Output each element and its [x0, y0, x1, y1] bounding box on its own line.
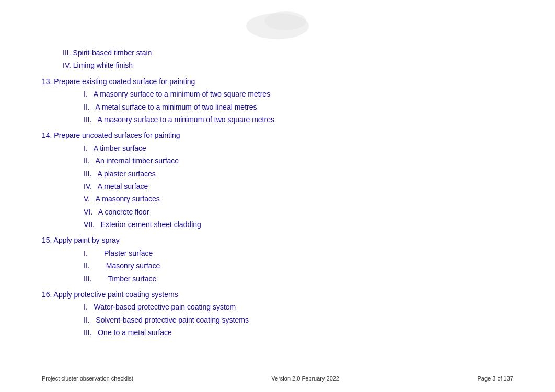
label-15: 15.: [42, 236, 54, 244]
text-15-ii: Masonry surface: [106, 262, 160, 270]
main-item-16: 16. Apply protective paint coating syste…: [42, 289, 513, 300]
main-item-13: 13. Prepare existing coated surface for …: [42, 76, 513, 87]
sub-item-iii-spirit: III. Spirit-based timber stain: [42, 47, 513, 58]
text-15-iii: Timber surface: [108, 275, 156, 283]
text-14-i: A timber surface: [94, 144, 146, 152]
text-iv-liming: Liming white finish: [73, 61, 133, 69]
label-16-ii: II.: [84, 316, 96, 324]
label-13-iii: III.: [84, 115, 97, 124]
sub-item-13-i: I. A masonry surface to a minimum of two…: [42, 88, 513, 100]
text-16-iii: One to a metal surface: [98, 328, 172, 337]
label-14-i: I.: [84, 144, 94, 152]
footer-center: Version 2.0 February 2022: [271, 375, 339, 382]
text-14-vi: A concrete floor: [98, 208, 149, 216]
text-13-ii: A metal surface to a minimum of two line…: [96, 103, 257, 111]
sub-item-14-iv: IV. A metal surface: [42, 181, 513, 192]
label-15-ii: II.: [84, 262, 106, 270]
label-15-iii: III.: [84, 275, 108, 283]
sub-item-14-vii: VII. Exterior cement sheet cladding: [42, 219, 513, 230]
label-iv-liming: IV.: [63, 61, 73, 69]
label-14: 14.: [42, 131, 54, 139]
main-content: III. Spirit-based timber stain IV. Limin…: [0, 0, 555, 371]
label-14-ii: II.: [84, 157, 96, 165]
main-item-14: 14. Prepare uncoated surfaces for painti…: [42, 129, 513, 141]
sub-item-14-v: V. A masonry surfaces: [42, 193, 513, 205]
text-13-iii: A masonry surface to a minimum of two sq…: [97, 115, 274, 124]
footer-left: Project cluster observation checklist: [42, 375, 133, 382]
sub-item-16-i: I. Water-based protective pain coating s…: [42, 301, 513, 313]
label-15-i: I.: [84, 249, 104, 257]
sub-item-14-ii: II. An internal timber surface: [42, 155, 513, 167]
text-16: Apply protective paint coating systems: [54, 290, 178, 299]
sub-item-iv-liming: IV. Liming white finish: [42, 60, 513, 71]
footer: Project cluster observation checklist Ve…: [0, 375, 555, 382]
label-16-iii: III.: [84, 328, 98, 337]
sub-item-15-ii: II. Masonry surface: [42, 260, 513, 271]
text-14-vii: Exterior cement sheet cladding: [101, 220, 201, 229]
text-13-i: A masonry surface to a minimum of two sq…: [94, 90, 270, 98]
sub-item-13-ii: II. A metal surface to a minimum of two …: [42, 101, 513, 113]
sub-item-15-iii: III. Timber surface: [42, 273, 513, 284]
sub-item-14-i: I. A timber surface: [42, 142, 513, 154]
text-15-i: Plaster surface: [104, 249, 153, 257]
text-14-iii: A plaster surfaces: [97, 170, 155, 178]
sub-item-15-i: I. Plaster surface: [42, 247, 513, 259]
sub-item-13-iii: III. A masonry surface to a minimum of t…: [42, 114, 513, 125]
label-14-iii: III.: [84, 170, 97, 178]
label-14-vii: VII.: [84, 220, 101, 229]
sub-item-14-vi: VI. A concrete floor: [42, 206, 513, 218]
label-13: 13.: [42, 77, 54, 86]
text-iii-spirit: Spirit-based timber stain: [73, 49, 152, 57]
text-16-i: Water-based protective pain coating syst…: [94, 303, 236, 311]
footer-right: Page 3 of 137: [477, 375, 513, 382]
sub-item-14-iii: III. A plaster surfaces: [42, 168, 513, 180]
sub-item-16-iii: III. One to a metal surface: [42, 327, 513, 338]
label-13-i: I.: [84, 90, 94, 98]
text-14-iv: A metal surface: [98, 182, 148, 191]
label-13-ii: II.: [84, 103, 96, 111]
text-14: Prepare uncoated surfaces for painting: [54, 131, 180, 139]
label-16-i: I.: [84, 303, 94, 311]
label-14-vi: VI.: [84, 208, 98, 216]
sub-item-16-ii: II. Solvent-based protective paint coati…: [42, 314, 513, 326]
label-iii-spirit: III.: [63, 49, 73, 57]
text-14-ii: An internal timber surface: [96, 157, 179, 165]
text-16-ii: Solvent-based protective paint coating s…: [96, 316, 249, 324]
main-item-15: 15. Apply paint by spray: [42, 234, 513, 246]
text-14-v: A masonry surfaces: [96, 195, 160, 203]
text-15: Apply paint by spray: [54, 236, 120, 244]
text-13: Prepare existing coated surface for pain…: [54, 77, 195, 86]
label-14-iv: IV.: [84, 182, 98, 191]
label-14-v: V.: [84, 195, 96, 203]
label-16: 16.: [42, 290, 54, 299]
